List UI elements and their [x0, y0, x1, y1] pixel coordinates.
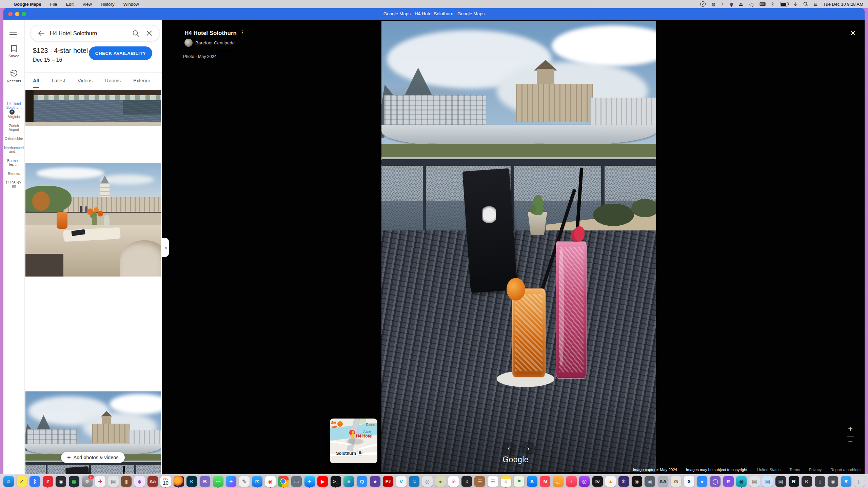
- dock-app-icon[interactable]: Q: [357, 476, 367, 487]
- status-check-icon[interactable]: ✓: [700, 1, 706, 7]
- dock-app-icon[interactable]: ≡: [501, 476, 511, 487]
- dock-app-icon[interactable]: ♪: [566, 476, 577, 487]
- dock-app-icon[interactable]: ⋯: [213, 476, 223, 487]
- check-availability-button[interactable]: CHECK AVAILABILITY: [89, 46, 152, 60]
- status-control-center-icon[interactable]: ⊟: [814, 2, 817, 6]
- status-eject-icon[interactable]: ⏏: [739, 2, 743, 6]
- dock-app-icon[interactable]: ▼: [841, 476, 851, 487]
- footer-item[interactable]: Terms: [789, 468, 800, 472]
- dock-app-icon[interactable]: AA: [658, 476, 668, 487]
- author-avatar[interactable]: [184, 39, 193, 47]
- dock-app-icon[interactable]: Fz: [383, 476, 393, 487]
- search-icon[interactable]: [132, 30, 139, 37]
- status-keyboard-icon[interactable]: ⌨: [760, 2, 766, 6]
- dock-app-icon[interactable]: [174, 476, 184, 487]
- zoom-out-button[interactable]: −: [844, 439, 857, 444]
- search-bar[interactable]: H4 Hotel Solothurn: [31, 25, 159, 41]
- dock-app-icon[interactable]: V: [396, 476, 407, 487]
- main-photo[interactable]: [381, 21, 656, 472]
- collapse-panel-button[interactable]: ◂: [162, 238, 169, 257]
- dock-app-icon[interactable]: e: [343, 476, 354, 487]
- status-fan-icon[interactable]: ✣: [794, 2, 797, 6]
- footer-item[interactable]: Images may be subject to copyright.: [686, 468, 748, 472]
- dock-app-icon[interactable]: Z: [43, 476, 53, 487]
- footer-item[interactable]: Privacy: [809, 468, 822, 472]
- footer-item[interactable]: United States: [757, 468, 781, 472]
- status-search-icon[interactable]: [803, 2, 808, 6]
- overflow-menu-icon[interactable]: ⋮: [240, 31, 243, 33]
- dock-app-icon[interactable]: ✓: [17, 476, 27, 487]
- dock-app-icon[interactable]: ▶: [317, 476, 328, 487]
- status-battery-icon[interactable]: [780, 2, 788, 6]
- dock-app-icon[interactable]: ●: [435, 476, 446, 487]
- dock-app-icon[interactable]: ≋: [723, 476, 734, 487]
- dock-app-icon[interactable]: tv: [592, 476, 603, 487]
- recent-place-item[interactable]: Oxfordshire: [4, 136, 24, 141]
- status-volume-icon[interactable]: ◁): [749, 2, 753, 6]
- dock-app-icon[interactable]: ☰: [474, 476, 485, 487]
- menu-item[interactable]: History: [101, 2, 114, 7]
- dock-app-icon[interactable]: ✎: [239, 476, 250, 487]
- hamburger-menu-icon[interactable]: [9, 32, 17, 38]
- minimap-bar-poi-icon[interactable]: Y: [337, 421, 343, 427]
- dock-app-icon[interactable]: ☺: [3, 476, 14, 487]
- dock-app-icon[interactable]: ⚑: [514, 476, 524, 487]
- status-bluetooth-icon[interactable]: ᛒ: [771, 2, 774, 6]
- dock-app-icon[interactable]: ♫: [461, 476, 472, 487]
- dock-app-icon[interactable]: ✚: [95, 476, 105, 487]
- add-photos-button[interactable]: + Add photos & videos: [61, 452, 125, 463]
- dock-app-icon[interactable]: ▤: [108, 476, 119, 487]
- menu-item[interactable]: Edit: [66, 2, 74, 7]
- viewer-close-icon[interactable]: ✕: [850, 29, 856, 37]
- dock-app-icon[interactable]: G: [671, 476, 681, 487]
- dock-app-icon[interactable]: [278, 476, 289, 487]
- recent-place-item[interactable]: Rennes: [4, 171, 24, 176]
- menu-bar-clock[interactable]: Tue Dec 10 9:28 AM: [823, 2, 863, 7]
- dock-app-icon[interactable]: >_: [331, 476, 341, 487]
- dock-app-icon[interactable]: ▦: [69, 476, 79, 487]
- dock-app-icon[interactable]: ◉: [828, 476, 838, 487]
- dock-app-icon[interactable]: ✉: [252, 476, 262, 487]
- search-input[interactable]: H4 Hotel Solothurn: [50, 30, 132, 37]
- status-circle-icon[interactable]: ◍: [711, 2, 715, 6]
- next-photo-button[interactable]: ›: [521, 442, 535, 455]
- dock-app-icon[interactable]: ▤: [749, 476, 760, 487]
- author-name[interactable]: Barefoot Centipede: [195, 40, 235, 45]
- window-title-bar[interactable]: Google Maps - H4 Hotel Solothurn - Googl…: [3, 8, 865, 20]
- dock-app-icon[interactable]: A: [527, 476, 537, 487]
- photo-tab[interactable]: Exterior: [133, 74, 150, 88]
- traffic-light-zoom[interactable]: [22, 12, 26, 16]
- dock-app-icon[interactable]: ◉: [265, 476, 276, 487]
- minimap[interactable]: Y Barnge Ritterq Aare H4 Hotel Solothurn: [330, 419, 377, 463]
- recent-place-item[interactable]: 2 Virginia: [4, 114, 24, 119]
- status-shortcuts-icon[interactable]: ⚡: [721, 2, 724, 6]
- dock-app-icon[interactable]: ◡: [553, 476, 564, 487]
- recent-place-item[interactable]: H4 Hotel Solothurn: [4, 101, 24, 109]
- dock-app-icon[interactable]: ᛒ: [29, 476, 40, 487]
- photo-tab[interactable]: Videos: [78, 74, 93, 88]
- menu-item[interactable]: View: [82, 2, 92, 7]
- dock-app-icon[interactable]: ◉: [56, 476, 66, 487]
- recent-place-item[interactable]: 14408 NY-90: [4, 180, 24, 188]
- photo-tab[interactable]: All: [33, 74, 39, 88]
- dock-app-icon[interactable]: K: [802, 476, 812, 487]
- recent-place-item[interactable]: Zurich Airport: [4, 123, 24, 131]
- traffic-light-close[interactable]: [8, 12, 13, 16]
- photo-tab[interactable]: Rooms: [105, 74, 121, 88]
- dock-app-icon[interactable]: DEC 10: [160, 476, 171, 487]
- dock-app-icon[interactable]: K: [186, 476, 197, 487]
- close-icon[interactable]: [146, 30, 152, 36]
- dock-app-icon[interactable]: ◎: [422, 476, 433, 487]
- zoom-in-button[interactable]: +: [844, 424, 857, 433]
- dock-app-icon[interactable]: ▣: [645, 476, 655, 487]
- dock-app-icon[interactable]: ◎: [579, 476, 590, 487]
- dock-app-icon[interactable]: ≈: [409, 476, 419, 487]
- menu-item[interactable]: File: [50, 2, 57, 7]
- prev-photo-button[interactable]: ‹: [502, 442, 516, 455]
- dock-app-icon[interactable]: ▲: [605, 476, 616, 487]
- dock-app-icon[interactable]: ▤: [762, 476, 773, 487]
- footer-item[interactable]: Report a problem: [830, 468, 861, 472]
- sidebar-item-recents[interactable]: Recents: [3, 70, 24, 83]
- dock-app-icon[interactable]: ◯: [710, 476, 721, 487]
- dock-app-icon[interactable]: ▯: [815, 476, 825, 487]
